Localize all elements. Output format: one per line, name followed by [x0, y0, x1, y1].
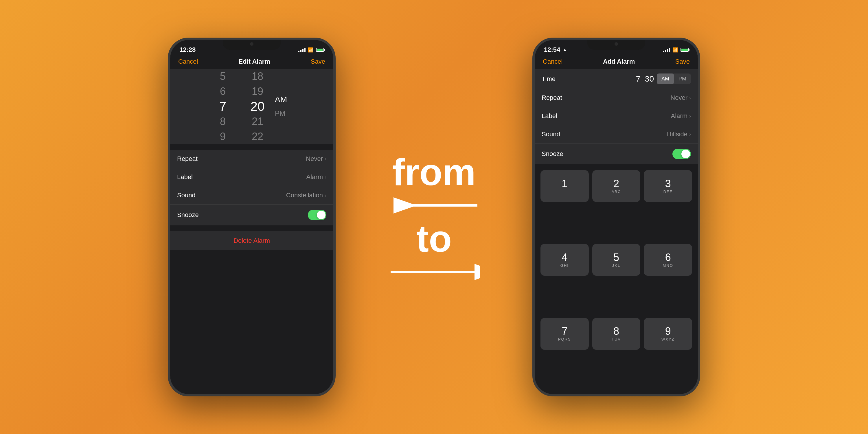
left-min-20-selected: 20 [240, 99, 275, 114]
left-signal-icon [298, 48, 306, 52]
left-label-row[interactable]: Label Alarm › [170, 168, 333, 186]
scene: 12:28 📶 Cancel Edit Alar [0, 0, 868, 434]
left-ampm-am: AM [275, 94, 287, 105]
right-ampm-pm[interactable]: PM [674, 73, 691, 84]
right-nav-title: Add Alarm [603, 58, 635, 65]
numpad-digit-1: 1 [562, 179, 567, 189]
right-snooze-row: Snooze [535, 144, 698, 164]
left-min-22: 22 [240, 129, 275, 144]
numpad-digit-7: 7 [562, 326, 567, 337]
left-snooze-toggle[interactable] [308, 210, 327, 220]
left-phone-camera [250, 42, 253, 46]
right-snooze-label: Snooze [541, 150, 563, 158]
left-ampm-pm: PM [275, 107, 285, 119]
left-min-21: 21 [240, 114, 275, 129]
right-arrow-icon [388, 263, 480, 281]
left-repeat-label: Repeat [177, 155, 197, 163]
numpad-key-7[interactable]: 7 PQRS [540, 318, 589, 350]
left-label-label: Label [177, 173, 193, 181]
right-label-value: Alarm › [671, 112, 691, 120]
right-nav-bar: Cancel Add Alarm Save [535, 56, 698, 69]
numpad-digit-6: 6 [665, 252, 671, 263]
left-battery-icon [316, 48, 324, 52]
right-status-icons: 📶 [663, 47, 689, 53]
left-hour-column[interactable]: 4 5 6 7 8 9 10 [206, 72, 240, 141]
left-snooze-label: Snooze [177, 211, 199, 219]
right-time-label: Time [541, 75, 556, 83]
from-text: from [392, 153, 476, 191]
left-save-button[interactable]: Save [311, 58, 325, 65]
right-cancel-button[interactable]: Cancel [543, 58, 562, 65]
right-phone-screen: 12:54 ▲ 📶 Can [535, 40, 698, 394]
left-status-icons: 📶 [298, 47, 324, 53]
numpad-key-5[interactable]: 5 JKL [592, 244, 641, 276]
numpad-key-1[interactable]: 1 [540, 170, 589, 202]
left-delete-section: Delete Alarm [170, 231, 333, 250]
numpad-key-4[interactable]: 4 GHI [540, 244, 589, 276]
numpad-letters-9: WXYZ [661, 337, 675, 341]
right-time-row: Time 7 30 AM PM [535, 69, 698, 89]
left-cancel-button[interactable]: Cancel [178, 58, 198, 65]
left-settings-section: Repeat Never › Label Alarm › Sound [170, 150, 333, 225]
right-arrow-row [336, 263, 532, 281]
numpad-digit-9: 9 [665, 326, 671, 337]
right-repeat-label: Repeat [541, 94, 562, 101]
left-sound-chevron: › [324, 192, 327, 198]
left-nav-title: Edit Alarm [239, 58, 270, 65]
middle-section: from to [336, 153, 532, 281]
left-min-19: 19 [240, 84, 275, 99]
right-ampm-am[interactable]: AM [657, 73, 674, 84]
numpad-digit-2: 2 [613, 179, 619, 189]
right-battery-icon [681, 48, 689, 52]
right-repeat-row[interactable]: Repeat Never › [535, 89, 698, 107]
left-hour-6: 6 [206, 84, 240, 99]
left-repeat-row[interactable]: Repeat Never › [170, 150, 333, 168]
right-signal-icon [663, 48, 670, 52]
left-phone-screen: 12:28 📶 Cancel Edit Alar [170, 40, 333, 394]
right-label-label: Label [541, 112, 557, 120]
numpad-digit-3: 3 [665, 179, 671, 189]
left-arrow-row [336, 197, 532, 214]
left-ampm-column[interactable]: AM PM [275, 72, 298, 141]
left-repeat-chevron: › [324, 156, 327, 162]
to-text: to [416, 220, 452, 257]
numpad-key-6[interactable]: 6 MNO [644, 244, 692, 276]
left-hour-5: 5 [206, 69, 240, 84]
right-time-display: 7 30 AM PM [636, 73, 691, 84]
left-minute-column[interactable]: 17 18 19 20 21 22 23 [240, 72, 275, 141]
left-phone: 12:28 📶 Cancel Edit Alar [168, 38, 336, 396]
right-sound-row[interactable]: Sound Hillside › [535, 125, 698, 144]
left-arrow-icon [388, 197, 480, 214]
numpad-letters-2: ABC [612, 189, 621, 194]
right-phone: 12:54 ▲ 📶 Can [532, 38, 700, 396]
left-sound-value: Constellation › [286, 191, 327, 199]
left-label-value: Alarm › [306, 173, 327, 181]
left-repeat-value: Never › [306, 155, 327, 163]
numpad-letters-7: PQRS [558, 337, 571, 341]
right-sound-chevron: › [689, 131, 691, 137]
numpad-key-2[interactable]: 2 ABC [592, 170, 641, 202]
numpad-digit-4: 4 [562, 252, 567, 263]
right-sound-value: Hillside › [667, 130, 691, 138]
numpad-key-9[interactable]: 9 WXYZ [644, 318, 692, 350]
numpad-letters-4: GHI [560, 263, 569, 268]
right-status-time: 12:54 [544, 46, 560, 54]
right-snooze-toggle[interactable] [673, 149, 691, 159]
left-sound-row[interactable]: Sound Constellation › [170, 186, 333, 205]
numpad-key-3[interactable]: 3 DEF [644, 170, 692, 202]
right-save-button[interactable]: Save [675, 58, 690, 65]
left-status-time: 12:28 [179, 46, 195, 54]
right-label-chevron: › [689, 113, 691, 119]
left-delete-label[interactable]: Delete Alarm [234, 237, 270, 245]
right-wifi-icon: 📶 [673, 47, 678, 53]
numpad-key-8[interactable]: 8 TUV [592, 318, 641, 350]
right-ampm-selector[interactable]: AM PM [657, 73, 691, 84]
right-repeat-value: Never › [671, 94, 691, 101]
right-location-icon: ▲ [562, 47, 567, 52]
left-time-picker[interactable]: 4 5 6 7 8 9 10 17 18 19 20 21 22 23 [170, 69, 333, 144]
right-label-row[interactable]: Label Alarm › [535, 107, 698, 125]
numpad-letters-5: JKL [612, 263, 620, 268]
left-delete-row[interactable]: Delete Alarm [170, 231, 333, 250]
right-time-digits: 7 30 [636, 74, 654, 84]
right-settings-section: Repeat Never › Label Alarm › Sound [535, 89, 698, 164]
